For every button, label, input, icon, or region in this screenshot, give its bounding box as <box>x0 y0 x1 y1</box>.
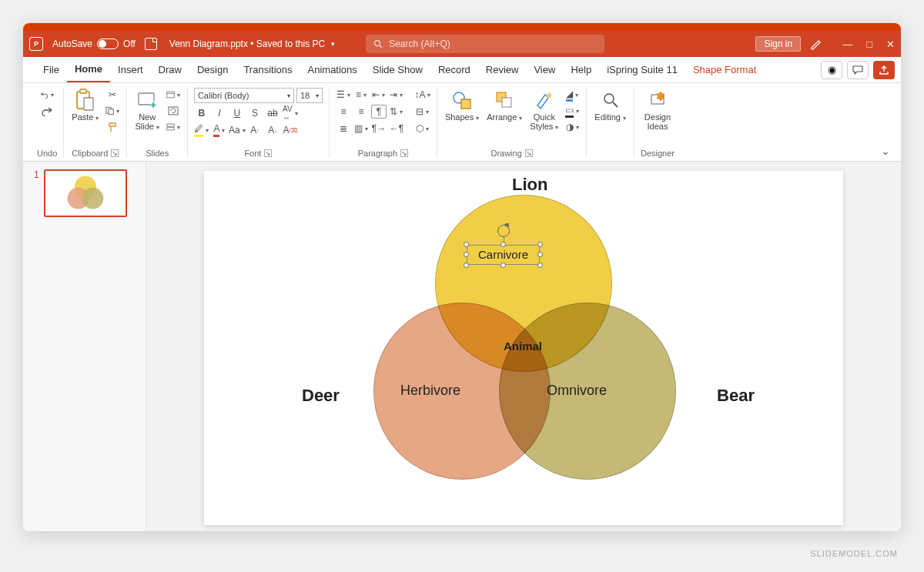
comments-button[interactable] <box>847 61 869 79</box>
section-button[interactable] <box>166 120 181 134</box>
paste-button[interactable]: Paste <box>70 88 100 123</box>
share-button[interactable] <box>873 61 895 79</box>
grow-font-button[interactable]: A↑ <box>247 123 263 137</box>
tab-insert[interactable]: Insert <box>110 57 151 82</box>
autosave-toggle[interactable]: AutoSave Off <box>52 38 136 49</box>
tab-view[interactable]: View <box>526 57 563 82</box>
indent-inc-button[interactable]: ⇥ <box>389 88 404 102</box>
close-button[interactable]: ✕ <box>886 38 895 50</box>
font-launcher[interactable]: ↘ <box>264 149 272 157</box>
bullets-button[interactable]: ☰ <box>336 88 351 102</box>
venn-label-center[interactable]: Animal <box>504 340 542 353</box>
tab-design[interactable]: Design <box>189 57 236 82</box>
font-color-button[interactable]: A <box>212 123 227 137</box>
ribbon: Undo Paste ✂ Clipboard↘ <box>23 83 901 162</box>
reset-button[interactable] <box>166 104 181 118</box>
group-label-clipboard: Clipboard <box>72 149 108 158</box>
slide-thumbnail-1[interactable] <box>44 169 127 217</box>
change-case-button[interactable]: Aa <box>229 123 245 137</box>
chevron-down-icon[interactable]: ▾ <box>331 40 335 48</box>
tab-slideshow[interactable]: Slide Show <box>365 57 430 82</box>
text-direction-button[interactable]: ↕A <box>415 88 430 102</box>
venn-label-left[interactable]: Herbivore <box>400 383 460 399</box>
layout-button[interactable] <box>166 88 181 102</box>
shape-outline-button[interactable]: ▭ <box>564 104 580 118</box>
svg-rect-19 <box>502 98 511 107</box>
editing-button[interactable]: Editing <box>593 88 628 123</box>
align-text-button[interactable]: ⊟ <box>415 105 430 119</box>
smartart-button[interactable]: ⬡ <box>415 122 430 135</box>
venn-label-top[interactable]: Carnivore <box>467 245 540 265</box>
collapse-ribbon-button[interactable]: ⌄ <box>881 145 890 157</box>
paste-icon <box>75 89 96 111</box>
paragraph-launcher[interactable]: ↘ <box>400 149 408 157</box>
tab-review[interactable]: Review <box>478 57 527 82</box>
clipboard-launcher[interactable]: ↘ <box>111 149 119 157</box>
highlight-button[interactable]: 🖉 <box>194 123 209 137</box>
tab-draw[interactable]: Draw <box>151 57 189 82</box>
document-title[interactable]: Venn Diagram.pptx • Saved to this PC <box>169 38 325 49</box>
font-size-select[interactable]: 18▾ <box>296 88 323 103</box>
minimize-button[interactable]: — <box>842 38 852 50</box>
search-input[interactable]: Search (Alt+Q) <box>366 35 604 53</box>
design-ideas-button[interactable]: Design Ideas <box>643 88 672 132</box>
cut-button[interactable]: ✂ <box>105 88 120 102</box>
shrink-font-button[interactable]: A↓ <box>265 123 280 137</box>
shape-fill-button[interactable]: ◢ <box>564 88 580 102</box>
line-spacing-button[interactable]: ⇅ <box>389 105 404 119</box>
save-icon[interactable] <box>145 38 157 50</box>
align-justify-button[interactable]: ≣ <box>336 122 351 135</box>
undo-button[interactable] <box>39 88 55 102</box>
align-center-button[interactable]: ≡ <box>353 105 369 119</box>
thumbnail-panel[interactable]: 1 <box>23 162 146 531</box>
redo-button[interactable] <box>39 104 55 118</box>
numbering-button[interactable]: ≡ <box>353 88 369 102</box>
copy-button[interactable] <box>105 104 120 118</box>
quick-styles-button[interactable]: Quick Styles <box>528 88 560 132</box>
tab-file[interactable]: File <box>35 57 67 82</box>
shapes-button[interactable]: Shapes <box>444 88 480 123</box>
indent-dec-button[interactable]: ⇤ <box>371 88 387 102</box>
bold-button[interactable]: B <box>194 106 209 120</box>
camera-button[interactable]: ◉ <box>821 61 842 79</box>
venn-title-top[interactable]: Lion <box>512 175 547 195</box>
tab-record[interactable]: Record <box>430 57 478 82</box>
tab-animations[interactable]: Animations <box>300 57 365 82</box>
font-name-select[interactable]: Calibri (Body)▾ <box>194 88 294 103</box>
align-left-button[interactable]: ≡ <box>336 105 351 119</box>
sign-in-button[interactable]: Sign in <box>755 36 801 52</box>
tab-transitions[interactable]: Transitions <box>236 57 300 82</box>
tab-ispring[interactable]: iSpring Suite 11 <box>599 57 685 82</box>
watermark: SLIDEMODEL.COM <box>810 549 898 554</box>
tab-shape-format[interactable]: Shape Format <box>685 57 764 82</box>
arrange-label: Arrange <box>487 112 522 122</box>
align-right-button[interactable]: ¶ <box>371 105 387 119</box>
selected-textbox[interactable]: Carnivore <box>467 245 540 265</box>
slide-editor[interactable]: Lion Deer Bear Herbivore Omnivore Animal <box>146 162 901 531</box>
shape-effects-button[interactable]: ◑ <box>564 120 580 134</box>
char-spacing-button[interactable]: AV↔ <box>283 106 298 120</box>
tab-home[interactable]: Home <box>67 57 110 82</box>
new-slide-button[interactable]: New Slide <box>133 88 160 132</box>
pen-icon[interactable] <box>810 38 822 50</box>
slide-canvas[interactable]: Lion Deer Bear Herbivore Omnivore Animal <box>204 171 843 525</box>
tab-help[interactable]: Help <box>563 57 599 82</box>
group-designer: Design Ideas Designer <box>634 88 681 158</box>
maximize-button[interactable]: □ <box>866 38 872 50</box>
venn-label-right[interactable]: Omnivore <box>547 383 607 399</box>
drawing-launcher[interactable]: ↘ <box>525 149 533 157</box>
columns-button[interactable]: ▥ <box>353 122 369 135</box>
arrange-button[interactable]: Arrange <box>485 88 524 123</box>
shadow-button[interactable]: S <box>247 106 263 120</box>
venn-title-right[interactable]: Bear <box>717 386 755 406</box>
toggle-icon[interactable] <box>97 38 119 49</box>
clear-format-button[interactable]: A⌫ <box>283 123 298 137</box>
italic-button[interactable]: I <box>212 106 227 120</box>
underline-button[interactable]: U <box>229 106 245 120</box>
titlebar: P AutoSave Off Venn Diagram.pptx • Saved… <box>23 31 901 57</box>
venn-title-left[interactable]: Deer <box>302 386 340 406</box>
format-painter-button[interactable] <box>105 120 120 134</box>
rtl-button[interactable]: ←¶ <box>389 122 404 135</box>
ltr-button[interactable]: ¶→ <box>371 122 387 135</box>
strikethrough-button[interactable]: ab <box>265 106 280 120</box>
